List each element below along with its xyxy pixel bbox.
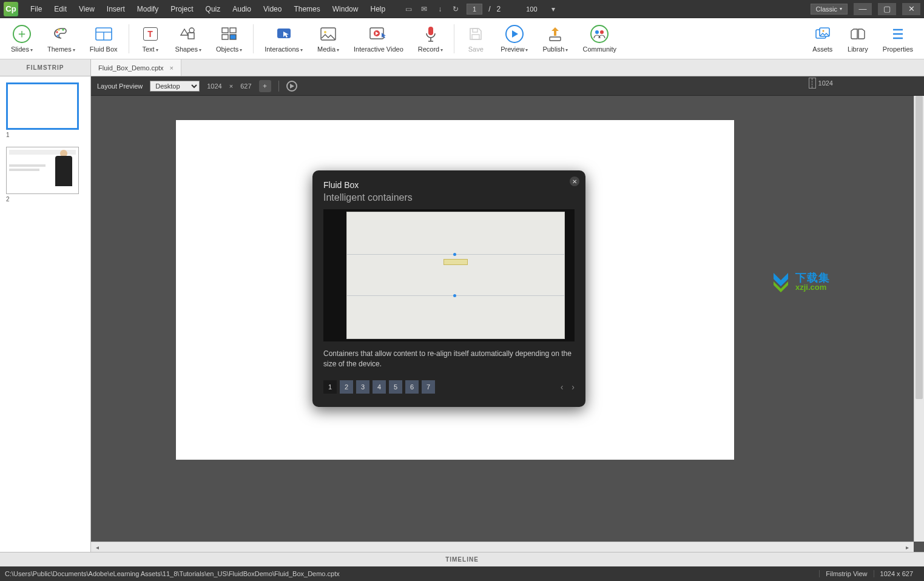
page-sep: /	[488, 5, 490, 13]
page-current-input[interactable]	[467, 4, 482, 15]
filmstrip-header: FILMSTRIP	[0, 59, 91, 76]
window-maximize[interactable]: ▢	[878, 3, 896, 15]
tool-save: Save	[458, 18, 493, 59]
tool-interactions[interactable]: Interactions▾	[257, 18, 310, 59]
menu-audio[interactable]: Audio	[226, 2, 257, 16]
pagination-7[interactable]: 7	[422, 380, 435, 394]
document-tab[interactable]: Fluid_Box_Demo.cptx ×	[91, 59, 181, 76]
menu-video[interactable]: Video	[257, 2, 288, 16]
tool-library[interactable]: Library	[840, 18, 875, 59]
menu-edit[interactable]: Edit	[48, 2, 73, 16]
tool-fluidbox[interactable]: Fluid Box	[83, 18, 125, 59]
chevron-right-icon[interactable]: ›	[572, 382, 575, 392]
status-view: Filmstrip View	[819, 570, 873, 577]
menu-window[interactable]: Window	[326, 2, 365, 16]
menu-modify[interactable]: Modify	[131, 2, 164, 16]
status-bar: C:\Users\Public\Documents\Adobe\eLearnin…	[0, 566, 924, 581]
device-select[interactable]: Desktop	[150, 81, 200, 92]
tool-publish[interactable]: Publish▾	[535, 18, 575, 59]
tool-properties[interactable]: Properties	[875, 18, 920, 59]
window-close[interactable]: ✕	[902, 3, 920, 15]
tool-objects[interactable]: Objects▾	[209, 18, 249, 59]
layout-width: 1024	[207, 82, 221, 90]
tool-interactive-video[interactable]: Interactive Video	[346, 18, 411, 59]
popover-illustration	[323, 209, 575, 341]
menu-quiz[interactable]: Quiz	[200, 2, 227, 16]
menu-insert[interactable]: Insert	[101, 2, 131, 16]
scroll-left-icon[interactable]: ◂	[93, 544, 101, 551]
menu-help[interactable]: Help	[364, 2, 391, 16]
preview-play-button[interactable]	[286, 81, 297, 92]
menu-project[interactable]: Project	[164, 2, 199, 16]
svg-rect-12	[222, 35, 228, 39]
workspace-button[interactable]: Classic ▾	[811, 4, 848, 15]
chevron-down-icon[interactable]: ▾	[548, 4, 558, 14]
canvas-area: Layout Preview Desktop 1024 × 627 ＋ 1024…	[91, 76, 924, 552]
layout-icon[interactable]: ▭	[403, 4, 413, 14]
tool-preview[interactable]: Preview▾	[493, 18, 535, 59]
menubar: Cp File Edit View Insert Modify Project …	[0, 0, 924, 18]
svg-rect-8	[188, 33, 194, 39]
download-icon[interactable]: ↓	[435, 4, 445, 14]
svg-marker-23	[512, 30, 518, 38]
tool-media[interactable]: Media▾	[310, 18, 346, 59]
close-icon[interactable]: ✕	[570, 176, 579, 186]
slide-thumb-2[interactable]	[6, 147, 79, 194]
tool-slides[interactable]: ＋ Slides▾	[4, 18, 40, 59]
tool-assets[interactable]: Assets	[805, 18, 840, 59]
slide-thumb-label: 1	[6, 132, 84, 138]
layout-height: 627	[240, 82, 251, 90]
horizontal-scrollbar[interactable]: ◂ ▸	[91, 542, 914, 552]
pagination-6[interactable]: 6	[405, 380, 419, 394]
chevron-left-icon[interactable]: ‹	[561, 382, 564, 392]
vertical-scrollbar[interactable]	[914, 96, 924, 542]
timeline-panel-header[interactable]: TIMELINE	[0, 552, 924, 566]
svg-rect-20	[428, 27, 433, 35]
scroll-right-icon[interactable]: ▸	[903, 544, 911, 551]
svg-rect-10	[222, 28, 228, 33]
document-tab-label: Fluid_Box_Demo.cptx	[98, 64, 164, 72]
menu-file[interactable]: File	[24, 2, 48, 16]
pagination-2[interactable]: 2	[340, 380, 353, 394]
layout-x: ×	[229, 82, 233, 90]
slide-thumb-label: 2	[6, 196, 84, 203]
popover-pagination: 1 2 3 4 5 6 7 ‹ ›	[323, 380, 575, 394]
toolbar: ＋ Slides▾ Themes▾ Fluid Box T Text▾ Shap…	[0, 18, 924, 59]
layout-preview-label: Layout Preview	[97, 82, 143, 90]
pagination-1[interactable]: 1	[323, 380, 337, 394]
pagination-3[interactable]: 3	[356, 380, 369, 394]
layout-preview-bar: Layout Preview Desktop 1024 × 627 ＋ 1024	[91, 76, 924, 96]
document-tab-row: FILMSTRIP Fluid_Box_Demo.cptx ×	[0, 59, 924, 76]
svg-point-3	[56, 35, 59, 37]
slide-thumb-1[interactable]	[6, 82, 79, 130]
svg-point-26	[600, 30, 604, 34]
app-logo: Cp	[4, 2, 18, 16]
tool-themes[interactable]: Themes▾	[40, 18, 83, 59]
pagination-5[interactable]: 5	[389, 380, 402, 394]
svg-marker-33	[290, 84, 294, 89]
tool-text[interactable]: T Text▾	[133, 18, 168, 59]
pagination-4[interactable]: 4	[373, 380, 386, 394]
menu-themes[interactable]: Themes	[288, 2, 326, 16]
svg-marker-7	[181, 29, 188, 35]
svg-rect-22	[472, 35, 479, 39]
menu-view[interactable]: View	[73, 2, 101, 16]
status-filepath: C:\Users\Public\Documents\Adobe\eLearnin…	[5, 570, 340, 577]
svg-point-25	[595, 30, 599, 34]
zoom-level[interactable]: 100	[521, 4, 542, 14]
popover-description: Containers that allow content to re-alig…	[323, 349, 575, 369]
tool-record[interactable]: Record▾	[411, 18, 450, 59]
close-icon[interactable]: ×	[170, 64, 174, 72]
ruler-guide-value: 1024	[818, 79, 833, 87]
tool-community[interactable]: Community	[575, 18, 624, 59]
window-minimize[interactable]: —	[854, 3, 872, 15]
ruler-guide[interactable]: 1024	[809, 78, 833, 89]
popover-title: Fluid Box	[323, 180, 575, 190]
coach-popover: ✕ Fluid Box Intelligent containers Conta…	[312, 170, 585, 407]
svg-point-2	[62, 29, 64, 31]
mail-icon[interactable]: ✉	[419, 4, 429, 14]
tool-shapes[interactable]: Shapes▾	[168, 18, 209, 59]
page-total: 2	[497, 5, 501, 13]
sync-icon[interactable]: ↻	[451, 4, 460, 14]
add-breakpoint-button[interactable]: ＋	[259, 80, 271, 92]
